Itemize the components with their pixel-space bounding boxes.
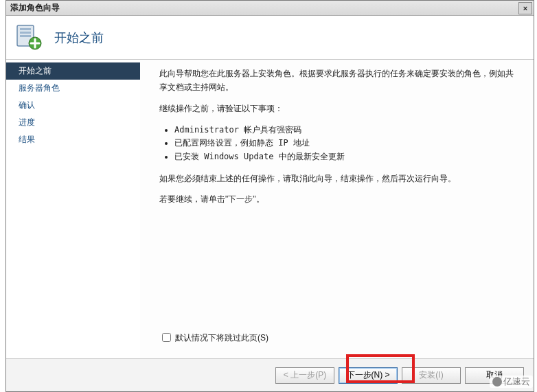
- verify-heading: 继续操作之前，请验证以下事项：: [159, 102, 514, 115]
- svg-rect-2: [20, 32, 31, 34]
- wizard-header: 开始之前: [6, 16, 534, 60]
- next-button[interactable]: 下一步(N) >: [339, 367, 398, 384]
- server-role-icon: [14, 23, 45, 53]
- cancel-hint: 如果您必须结束上述的任何操作，请取消此向导，结束操作，然后再次运行向导。: [159, 172, 514, 185]
- wizard-window: 添加角色向导 × 开始之前 开始之前 服务器角色 确认 进度 结果: [5, 0, 534, 392]
- verify-item: 已安装 Windows Update 中的最新安全更新: [174, 150, 514, 163]
- watermark-icon: [492, 377, 502, 387]
- sidebar-item-before-begin[interactable]: 开始之前: [6, 62, 140, 80]
- titlebar: 添加角色向导 ×: [6, 1, 534, 16]
- sidebar-item-confirm[interactable]: 确认: [6, 97, 140, 114]
- verify-list: Administrator 帐户具有强密码 已配置网络设置，例如静态 IP 地址…: [159, 124, 514, 163]
- verify-item: Administrator 帐户具有强密码: [174, 124, 514, 137]
- page-title: 开始之前: [54, 30, 104, 46]
- sidebar-item-results[interactable]: 结果: [6, 131, 140, 148]
- sidebar: 开始之前 服务器角色 确认 进度 结果: [6, 60, 140, 358]
- close-button[interactable]: ×: [518, 2, 532, 14]
- sidebar-item-server-roles[interactable]: 服务器角色: [6, 80, 140, 97]
- wizard-body: 开始之前 服务器角色 确认 进度 结果 此向导帮助您在此服务器上安装角色。根据要…: [6, 60, 534, 358]
- window-title: 添加角色向导: [10, 2, 60, 14]
- sidebar-item-progress[interactable]: 进度: [6, 114, 140, 131]
- wizard-footer: < 上一步(P) 下一步(N) > 安装(I) 取消: [6, 358, 534, 391]
- skip-checkbox[interactable]: [162, 333, 171, 342]
- skip-row: 默认情况下将跳过此页(S): [159, 331, 514, 354]
- svg-rect-3: [20, 35, 31, 37]
- continue-hint: 若要继续，请单击"下一步"。: [159, 192, 514, 206]
- verify-item: 已配置网络设置，例如静态 IP 地址: [174, 137, 514, 150]
- prev-button[interactable]: < 上一步(P): [275, 367, 334, 384]
- svg-rect-1: [20, 28, 31, 30]
- skip-checkbox-label: 默认情况下将跳过此页(S): [175, 331, 268, 345]
- content-pane: 此向导帮助您在此服务器上安装角色。根据要求此服务器执行的任务来确定要安装的角色，…: [140, 60, 534, 358]
- watermark: 亿速云: [490, 376, 533, 388]
- intro-text: 此向导帮助您在此服务器上安装角色。根据要求此服务器执行的任务来确定要安装的角色，…: [159, 67, 514, 95]
- close-icon: ×: [523, 4, 527, 12]
- install-button[interactable]: 安装(I): [402, 367, 461, 384]
